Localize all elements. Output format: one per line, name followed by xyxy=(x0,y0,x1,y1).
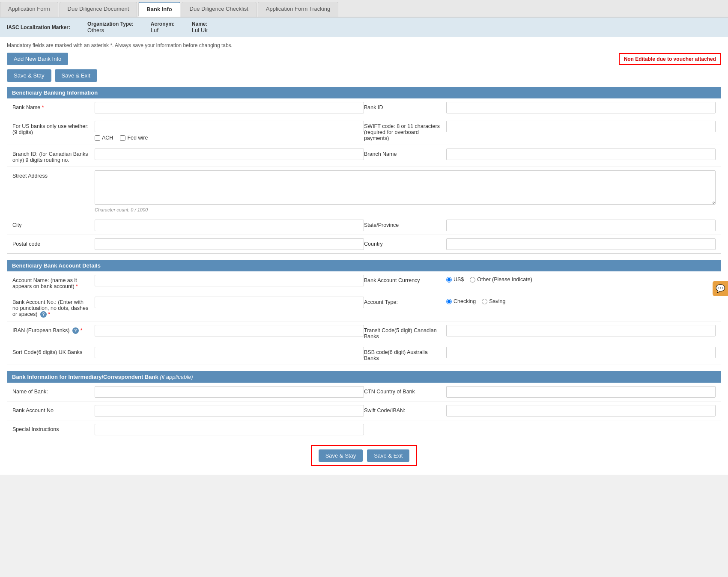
beneficiary-banking-section: Bank Name * Bank ID For US banks only us… xyxy=(7,98,721,254)
branch-id-row: Branch ID: (for Canadian Banks only) 9 d… xyxy=(7,145,721,167)
iban-help-icon[interactable]: ? xyxy=(72,327,79,334)
sort-code-row: Sort Code(6 digits) UK Banks BSB code(6 … xyxy=(7,343,721,365)
acronym-label: Acronym: xyxy=(151,21,175,27)
name-of-bank-input[interactable] xyxy=(95,386,364,398)
fed-wire-checkbox-label[interactable]: Fed wire xyxy=(120,135,148,141)
bank-account-no-input[interactable] xyxy=(95,297,364,308)
ctn-country-input[interactable] xyxy=(446,386,716,398)
us-banks-input[interactable] xyxy=(95,121,364,132)
special-instructions-row: Special Instructions xyxy=(7,420,721,439)
iban-label: IBAN (European Banks) ? * xyxy=(12,325,90,334)
toolbar-left: Add New Bank Info xyxy=(7,53,68,65)
intermediary-bank-section: Name of Bank: CTN Country of Bank Bank A… xyxy=(7,383,721,439)
save-stay-button-bottom[interactable]: Save & Stay xyxy=(319,449,363,462)
marker-label: IASC Localization Marker: xyxy=(7,24,70,30)
save-exit-button-top[interactable]: Save & Exit xyxy=(55,69,97,82)
state-province-input[interactable] xyxy=(446,220,716,231)
tab-application-form-tracking[interactable]: Application Form Tracking xyxy=(258,2,338,17)
branch-name-label: Branch Name xyxy=(364,149,441,157)
special-instructions-input[interactable] xyxy=(95,424,364,435)
ach-checkbox-label[interactable]: ACH xyxy=(95,135,113,141)
branch-id-input[interactable] xyxy=(95,149,364,160)
iban-input[interactable] xyxy=(95,325,364,336)
country-input[interactable] xyxy=(446,238,716,250)
checking-radio[interactable] xyxy=(446,299,452,304)
street-address-label: Street Address xyxy=(12,170,90,212)
chat-icon: 💬 xyxy=(716,284,725,293)
account-name-input[interactable] xyxy=(95,275,364,286)
intermediary-bank-header: Bank Information for Intermediary/Corres… xyxy=(7,371,721,383)
ach-checkbox[interactable] xyxy=(95,135,100,141)
us-banks-row: For US banks only use whether:(9 digits)… xyxy=(7,117,721,145)
branch-id-label: Branch ID: (for Canadian Banks only) 9 d… xyxy=(12,149,90,163)
swift-input[interactable] xyxy=(446,121,716,132)
save-stay-button-top[interactable]: Save & Stay xyxy=(7,69,51,82)
branch-name-input[interactable] xyxy=(446,149,716,160)
postal-code-input[interactable] xyxy=(95,238,364,250)
name-of-bank-label: Name of Bank: xyxy=(12,386,90,395)
bank-name-label: Bank Name * xyxy=(12,102,90,110)
iban-row: IBAN (European Banks) ? * Transit Code(5… xyxy=(7,321,721,343)
ctn-country-label: CTN Country of Bank xyxy=(364,386,441,395)
street-address-row: Street Address Character count: 0 / 1000 xyxy=(7,167,721,216)
swift-iban-input[interactable] xyxy=(446,405,716,416)
swift-iban-label: Swift Code/IBAN: xyxy=(364,405,441,413)
tab-bank-info[interactable]: Bank Info xyxy=(138,2,180,17)
postal-code-label: Postal code xyxy=(12,238,90,247)
bank-account-details-section: Account Name: (name as it appears on ban… xyxy=(7,271,721,365)
tabs-bar: Application Form Due Diligence Document … xyxy=(0,0,728,18)
bank-account-no-help-icon[interactable]: ? xyxy=(40,311,47,318)
sort-code-label: Sort Code(6 digits) UK Banks xyxy=(12,347,90,355)
tab-due-diligence-checklist[interactable]: Due Diligence Checklist xyxy=(182,2,257,17)
street-address-input[interactable] xyxy=(95,170,716,205)
us-banks-label: For US banks only use whether:(9 digits) xyxy=(12,121,90,141)
name-value: Lul Uk xyxy=(192,27,208,33)
bsb-code-label: BSB code(6 digit) Australia Banks xyxy=(364,347,441,361)
account-name-row: Account Name: (name as it appears on ban… xyxy=(7,271,721,293)
currency-usd-radio[interactable] xyxy=(446,277,452,283)
info-bar: IASC Localization Marker: Organization T… xyxy=(0,18,728,37)
fed-wire-checkbox[interactable] xyxy=(120,135,125,141)
intermediary-bank-account-no-label: Bank Account No xyxy=(12,405,90,413)
intermediary-bank-account-no-input[interactable] xyxy=(95,405,364,416)
currency-other-label[interactable]: Other (Please Indicate) xyxy=(470,277,532,283)
beneficiary-banking-header: Beneficiary Banking Information xyxy=(7,87,721,98)
city-label: City xyxy=(12,220,90,228)
add-new-bank-button[interactable]: Add New Bank Info xyxy=(7,53,68,65)
checking-radio-label[interactable]: Checking xyxy=(446,298,476,304)
city-input[interactable] xyxy=(95,220,364,231)
bank-account-details-header: Beneficiary Bank Account Details xyxy=(7,260,721,271)
name-label: Name: xyxy=(192,21,208,27)
account-type-label: Account Type: xyxy=(364,297,441,305)
bank-account-currency-label: Bank Account Currency xyxy=(364,275,441,283)
char-count: Character count: 0 / 1000 xyxy=(95,207,716,212)
bank-account-no-label: Bank Account No.: (Enter with no punctua… xyxy=(12,297,90,318)
transit-code-label: Transit Code(5 digit) Canadian Banks xyxy=(364,325,441,339)
name-of-bank-row: Name of Bank: CTN Country of Bank xyxy=(7,383,721,402)
currency-other-radio[interactable] xyxy=(470,277,475,283)
saving-radio[interactable] xyxy=(482,299,487,304)
bank-name-input[interactable] xyxy=(95,102,364,113)
tab-due-diligence-document[interactable]: Due Diligence Document xyxy=(60,2,137,17)
bank-id-input[interactable] xyxy=(446,102,716,113)
country-label: Country xyxy=(364,238,441,247)
saving-radio-label[interactable]: Saving xyxy=(482,298,505,304)
bsb-code-input[interactable] xyxy=(446,347,716,358)
acronym-value: Luf xyxy=(151,27,175,33)
state-province-label: State/Province xyxy=(364,220,441,228)
org-type-label: Organization Type: xyxy=(87,21,134,27)
toolbar-row: Add New Bank Info Non Editable due to vo… xyxy=(7,53,721,65)
bottom-save-row: Save & Stay Save & Exit xyxy=(311,445,418,466)
special-instructions-label: Special Instructions xyxy=(12,424,90,432)
org-type-value: Others xyxy=(87,27,134,33)
main-content: Mandatory fields are marked with an aste… xyxy=(0,37,728,475)
non-editable-badge: Non Editable due to voucher attached xyxy=(619,53,721,65)
account-name-label: Account Name: (name as it appears on ban… xyxy=(12,275,90,289)
chat-widget[interactable]: 💬 xyxy=(713,281,728,296)
sort-code-input[interactable] xyxy=(95,347,364,358)
tab-application-form[interactable]: Application Form xyxy=(0,2,58,17)
transit-code-input[interactable] xyxy=(446,325,716,336)
currency-usd-label[interactable]: US$ xyxy=(446,277,464,283)
save-exit-button-bottom[interactable]: Save & Exit xyxy=(367,449,409,462)
mandatory-note: Mandatory fields are marked with an aste… xyxy=(7,42,721,48)
